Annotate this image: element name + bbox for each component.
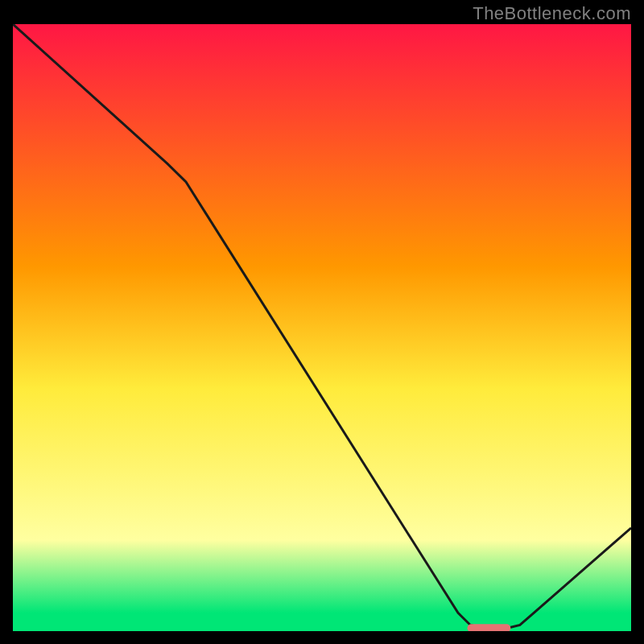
watermark-text: TheBottleneck.com — [473, 3, 631, 24]
chart-container — [13, 24, 631, 631]
gradient-background — [13, 24, 631, 631]
chart-svg — [13, 24, 631, 631]
marker-pill — [468, 624, 511, 631]
